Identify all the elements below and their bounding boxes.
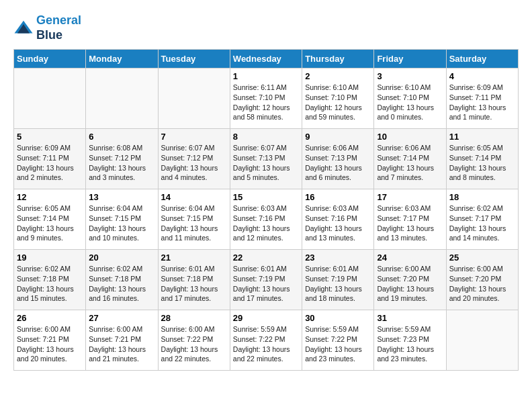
day-info: Sunrise: 6:03 AMSunset: 7:17 PMDaylight:… [377,203,443,243]
day-info: Sunrise: 6:02 AMSunset: 7:17 PMDaylight:… [449,203,515,243]
calendar-body: 1 Sunrise: 6:11 AMSunset: 7:10 PMDayligh… [14,68,519,371]
day-number: 22 [233,253,299,263]
weekday-header-monday: Monday [86,50,158,68]
weekday-header-thursday: Thursday [302,50,374,68]
calendar-cell: 6 Sunrise: 6:08 AMSunset: 7:12 PMDayligh… [86,129,158,189]
day-number: 13 [89,192,154,202]
day-info: Sunrise: 6:09 AMSunset: 7:11 PMDaylight:… [17,143,83,183]
calendar-cell [158,68,230,129]
weekday-header-row: SundayMondayTuesdayWednesdayThursdayFrid… [14,50,519,68]
day-number: 28 [161,313,227,323]
day-number: 26 [17,313,83,323]
day-info: Sunrise: 5:59 AMSunset: 7:22 PMDaylight:… [233,324,299,364]
day-info: Sunrise: 6:11 AMSunset: 7:10 PMDaylight:… [233,83,299,122]
calendar-cell: 17 Sunrise: 6:03 AMSunset: 7:17 PMDaylig… [374,189,446,250]
day-number: 27 [89,313,154,323]
calendar-cell: 3 Sunrise: 6:10 AMSunset: 7:10 PMDayligh… [374,68,446,129]
day-info: Sunrise: 6:00 AMSunset: 7:21 PMDaylight:… [17,324,83,364]
logo: General Blue [13,13,81,42]
calendar-cell [86,68,158,129]
day-number: 31 [377,313,443,323]
day-number: 9 [305,132,371,142]
calendar-cell: 27 Sunrise: 6:00 AMSunset: 7:21 PMDaylig… [86,310,158,371]
calendar-cell: 20 Sunrise: 6:02 AMSunset: 7:18 PMDaylig… [86,250,158,310]
logo-text: General Blue [36,13,81,42]
day-number: 25 [449,253,515,263]
day-info: Sunrise: 5:59 AMSunset: 7:23 PMDaylight:… [377,324,443,364]
calendar-cell: 13 Sunrise: 6:04 AMSunset: 7:15 PMDaylig… [86,189,158,250]
calendar-week-5: 26 Sunrise: 6:00 AMSunset: 7:21 PMDaylig… [14,310,519,371]
day-number: 20 [89,253,154,263]
weekday-header-sunday: Sunday [14,50,86,68]
day-info: Sunrise: 6:01 AMSunset: 7:18 PMDaylight:… [161,264,227,304]
day-info: Sunrise: 6:04 AMSunset: 7:15 PMDaylight:… [89,203,154,243]
day-info: Sunrise: 6:00 AMSunset: 7:20 PMDaylight:… [377,264,443,304]
day-info: Sunrise: 6:03 AMSunset: 7:16 PMDaylight:… [305,203,371,243]
calendar-cell: 18 Sunrise: 6:02 AMSunset: 7:17 PMDaylig… [446,189,518,250]
day-number: 29 [233,313,299,323]
day-number: 1 [233,71,299,81]
day-number: 19 [17,253,83,263]
weekday-header-friday: Friday [374,50,446,68]
calendar-cell: 12 Sunrise: 6:05 AMSunset: 7:14 PMDaylig… [14,189,86,250]
day-number: 30 [305,313,371,323]
day-info: Sunrise: 6:05 AMSunset: 7:14 PMDaylight:… [17,203,83,243]
calendar-cell: 1 Sunrise: 6:11 AMSunset: 7:10 PMDayligh… [230,68,302,129]
day-number: 23 [305,253,371,263]
weekday-header-wednesday: Wednesday [230,50,302,68]
calendar-cell: 7 Sunrise: 6:07 AMSunset: 7:12 PMDayligh… [158,129,230,189]
calendar-cell: 21 Sunrise: 6:01 AMSunset: 7:18 PMDaylig… [158,250,230,310]
day-info: Sunrise: 5:59 AMSunset: 7:22 PMDaylight:… [305,324,371,364]
day-info: Sunrise: 6:09 AMSunset: 7:11 PMDaylight:… [449,83,515,122]
calendar-cell: 8 Sunrise: 6:07 AMSunset: 7:13 PMDayligh… [230,129,302,189]
day-number: 15 [233,192,299,202]
calendar-cell [446,310,518,371]
day-info: Sunrise: 6:01 AMSunset: 7:19 PMDaylight:… [233,264,299,304]
day-number: 10 [377,132,443,142]
day-info: Sunrise: 6:07 AMSunset: 7:13 PMDaylight:… [233,143,299,183]
day-info: Sunrise: 6:05 AMSunset: 7:14 PMDaylight:… [449,143,515,183]
calendar-cell: 9 Sunrise: 6:06 AMSunset: 7:13 PMDayligh… [302,129,374,189]
calendar-cell: 16 Sunrise: 6:03 AMSunset: 7:16 PMDaylig… [302,189,374,250]
day-number: 3 [377,71,443,81]
day-number: 18 [449,192,515,202]
day-number: 2 [305,71,371,81]
calendar-week-1: 1 Sunrise: 6:11 AMSunset: 7:10 PMDayligh… [14,68,519,129]
day-number: 16 [305,192,371,202]
day-info: Sunrise: 6:00 AMSunset: 7:21 PMDaylight:… [89,324,154,364]
weekday-header-saturday: Saturday [446,50,518,68]
day-number: 8 [233,132,299,142]
calendar-cell: 31 Sunrise: 5:59 AMSunset: 7:23 PMDaylig… [374,310,446,371]
calendar-cell: 22 Sunrise: 6:01 AMSunset: 7:19 PMDaylig… [230,250,302,310]
calendar-cell: 19 Sunrise: 6:02 AMSunset: 7:18 PMDaylig… [14,250,86,310]
day-number: 14 [161,192,227,202]
calendar-cell: 15 Sunrise: 6:03 AMSunset: 7:16 PMDaylig… [230,189,302,250]
day-number: 17 [377,192,443,202]
calendar-cell: 11 Sunrise: 6:05 AMSunset: 7:14 PMDaylig… [446,129,518,189]
day-info: Sunrise: 6:00 AMSunset: 7:22 PMDaylight:… [161,324,227,364]
day-info: Sunrise: 6:10 AMSunset: 7:10 PMDaylight:… [305,83,371,122]
calendar-week-4: 19 Sunrise: 6:02 AMSunset: 7:18 PMDaylig… [14,250,519,310]
day-info: Sunrise: 6:07 AMSunset: 7:12 PMDaylight:… [161,143,227,183]
calendar-cell: 23 Sunrise: 6:01 AMSunset: 7:19 PMDaylig… [302,250,374,310]
day-info: Sunrise: 6:01 AMSunset: 7:19 PMDaylight:… [305,264,371,304]
day-number: 12 [17,192,83,202]
day-number: 11 [449,132,515,142]
day-info: Sunrise: 6:03 AMSunset: 7:16 PMDaylight:… [233,203,299,243]
calendar-week-2: 5 Sunrise: 6:09 AMSunset: 7:11 PMDayligh… [14,129,519,189]
day-info: Sunrise: 6:04 AMSunset: 7:15 PMDaylight:… [161,203,227,243]
calendar-week-3: 12 Sunrise: 6:05 AMSunset: 7:14 PMDaylig… [14,189,519,250]
calendar-cell: 24 Sunrise: 6:00 AMSunset: 7:20 PMDaylig… [374,250,446,310]
day-number: 4 [449,71,515,81]
day-info: Sunrise: 6:02 AMSunset: 7:18 PMDaylight:… [17,264,83,304]
calendar-cell: 5 Sunrise: 6:09 AMSunset: 7:11 PMDayligh… [14,129,86,189]
calendar-table: SundayMondayTuesdayWednesdayThursdayFrid… [13,49,519,371]
page-header: General Blue [13,13,519,42]
calendar-cell: 29 Sunrise: 5:59 AMSunset: 7:22 PMDaylig… [230,310,302,371]
logo-icon [13,18,34,38]
calendar-cell: 4 Sunrise: 6:09 AMSunset: 7:11 PMDayligh… [446,68,518,129]
calendar-cell: 28 Sunrise: 6:00 AMSunset: 7:22 PMDaylig… [158,310,230,371]
day-number: 24 [377,253,443,263]
day-number: 5 [17,132,83,142]
day-info: Sunrise: 6:02 AMSunset: 7:18 PMDaylight:… [89,264,154,304]
